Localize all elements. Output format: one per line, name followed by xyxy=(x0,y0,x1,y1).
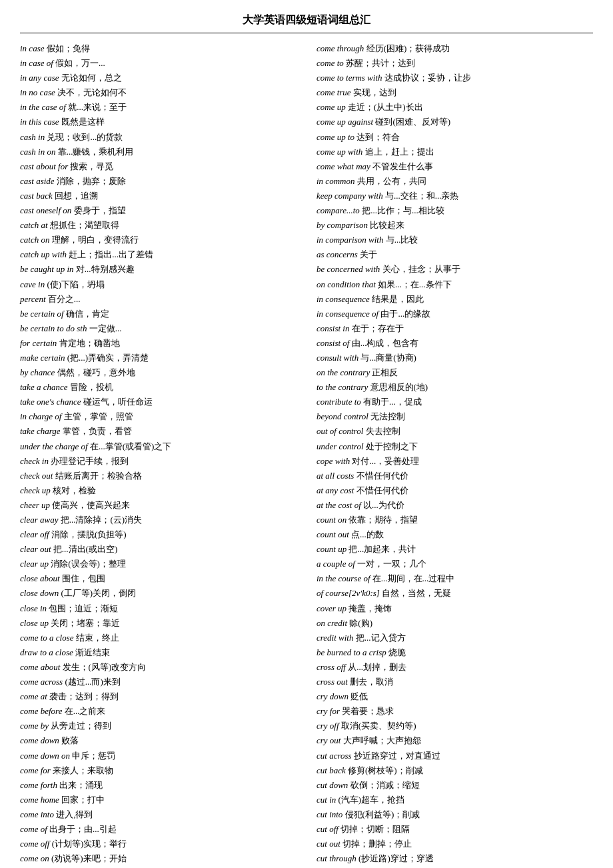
definition: 不惜任何代价 xyxy=(356,471,408,481)
list-item: cast about for 搜索，寻觅 xyxy=(20,159,297,174)
list-item: cave in (使)下陷，坍塌 xyxy=(20,277,297,292)
phrase: close about xyxy=(20,573,62,583)
definition: 一定做... xyxy=(89,323,122,333)
list-item: cross out 删去，取消 xyxy=(316,675,593,689)
list-item: in consequence of 由于...的缘故 xyxy=(316,307,593,321)
definition: 共用，公有，共同 xyxy=(357,176,426,186)
phrase: come of xyxy=(20,824,49,834)
list-item: on credit 赊(购) xyxy=(316,616,593,631)
list-item: to the contrary 意思相反的(地) xyxy=(316,380,593,395)
phrase: cope with xyxy=(316,456,352,466)
phrase: be certain to do sth xyxy=(20,323,89,333)
phrase: cry out xyxy=(316,735,343,745)
list-item: be certain to do sth 一定做... xyxy=(20,321,297,336)
list-item: beyond control 无法控制 xyxy=(316,409,593,424)
definition: (工厂等)关闭，倒闭 xyxy=(61,588,136,598)
phrase: cut through xyxy=(316,853,358,863)
phrase: take one's chance xyxy=(20,397,83,407)
definition: 败落 xyxy=(61,735,79,745)
definition: 由...构成，包含有 xyxy=(352,338,419,348)
phrase: cut into xyxy=(316,809,345,819)
list-item: come what may 不管发生什么事 xyxy=(316,159,593,174)
definition: 靠...赚钱，乘机利用 xyxy=(58,147,134,157)
list-item: cut in (汽车)超车，抢挡 xyxy=(316,793,593,807)
phrase: out of control xyxy=(316,426,366,436)
definition: 理解，明白，变得流行 xyxy=(52,235,139,245)
phrase: as concerns xyxy=(316,249,360,259)
phrase: be caught up in xyxy=(20,264,76,274)
list-item: on the contrary 正相反 xyxy=(316,365,593,380)
list-item: consult with 与...商量(协商) xyxy=(316,351,593,365)
list-item: come through 经历(困难)；获得成功 xyxy=(316,41,593,56)
list-item: percent 百分之... xyxy=(20,292,297,307)
definition: 进入,得到 xyxy=(56,809,93,819)
phrase: in charge of xyxy=(20,411,64,421)
phrase: close down xyxy=(20,588,61,598)
list-item: cut back 修剪(树枝等)；削减 xyxy=(316,763,593,778)
definition: 苏醒；共计；达到 xyxy=(346,58,415,68)
phrase: in no case xyxy=(20,87,57,97)
list-item: cash in on 靠...赚钱，乘机利用 xyxy=(20,145,297,159)
definition: 不惜任何代价 xyxy=(356,485,408,495)
definition: 把...加起来，共计 xyxy=(348,544,416,554)
list-item: contribute to 有助于...，促成 xyxy=(316,395,593,409)
list-item: come before 在...之前来 xyxy=(20,704,297,719)
phrase: in consequence xyxy=(316,294,372,304)
definition: 把...比作；与...相比较 xyxy=(362,205,444,215)
definition: 以...为代价 xyxy=(363,500,404,510)
list-item: cry off 取消(买卖、契约等) xyxy=(316,719,593,733)
list-item: check up 核对，检验 xyxy=(20,483,297,498)
list-item: clear away 把...清除掉；(云)消失 xyxy=(20,513,297,527)
phrase: in case xyxy=(20,43,47,53)
definition: 回家；打中 xyxy=(61,795,105,805)
definition: (计划等)实现；举行 xyxy=(52,839,127,849)
definition: 把...清出(或出空) xyxy=(53,544,117,554)
list-item: come up 走近；(从土中)长出 xyxy=(316,100,593,115)
phrase: come up to xyxy=(316,132,356,142)
phrase: cheer up xyxy=(20,500,52,510)
phrase: in the case of xyxy=(20,102,68,112)
phrase: in this case xyxy=(20,117,61,127)
definition: 就...来说；至于 xyxy=(68,102,127,112)
phrase: come before xyxy=(20,706,65,716)
phrase: check up xyxy=(20,485,53,495)
definition: 核对，检验 xyxy=(53,485,96,495)
definition: 关于 xyxy=(360,249,377,259)
definition: 正相反 xyxy=(372,367,398,377)
phrase: cut off xyxy=(316,824,340,834)
phrase: in consequence of xyxy=(316,309,380,319)
phrase: in case of xyxy=(20,58,55,68)
definition: 大声呼喊；大声抱怨 xyxy=(343,735,421,745)
list-item: take one's chance 碰运气，听任命运 xyxy=(20,395,297,409)
definition: 袭击；达到；得到 xyxy=(49,691,119,701)
phrase: clear away xyxy=(20,515,61,525)
list-item: in common 共用，公有，共同 xyxy=(316,174,593,189)
definition: 有助于...，促成 xyxy=(363,397,422,407)
list-item: come at 袭击；达到；得到 xyxy=(20,689,297,704)
phrase: come on xyxy=(20,853,51,863)
phrase: come to a close xyxy=(20,633,76,643)
definition: 假如；免得 xyxy=(47,43,90,53)
definition: 哭着要；恳求 xyxy=(342,706,394,716)
list-item: cry for 哭着要；恳求 xyxy=(316,704,593,719)
definition: 掌管，负责，看管 xyxy=(63,426,132,436)
list-item: consist in 在于；存在于 xyxy=(316,321,593,336)
list-item: come forth 出来；涌现 xyxy=(20,778,297,793)
phrase: check out xyxy=(20,471,55,481)
phrase: cross out xyxy=(316,677,350,687)
definition: 出身于；由...引起 xyxy=(49,824,117,834)
definition: 不管发生什么事 xyxy=(372,161,433,171)
list-item: cope with 对付...，妥善处理 xyxy=(316,454,593,469)
list-item: come on (劝说等)来吧；开始 xyxy=(20,851,297,866)
list-item: in this case 既然是这样 xyxy=(20,115,297,129)
phrase: cast about for xyxy=(20,161,70,171)
list-item: by chance 偶然，碰巧，意外地 xyxy=(20,365,297,380)
list-item: come to 苏醒；共计；达到 xyxy=(316,56,593,71)
list-item: in the case of 就...来说；至于 xyxy=(20,100,297,115)
phrase: be burned to a crisp xyxy=(316,647,388,657)
definition: 关闭；堵塞；靠近 xyxy=(51,618,120,628)
definition: 办理登记手续，报到 xyxy=(51,456,129,466)
list-item: keep company with 与...交往；和...亲热 xyxy=(316,189,593,203)
definition: 无法控制 xyxy=(370,411,405,421)
definition: 如果...；在...条件下 xyxy=(378,279,452,289)
